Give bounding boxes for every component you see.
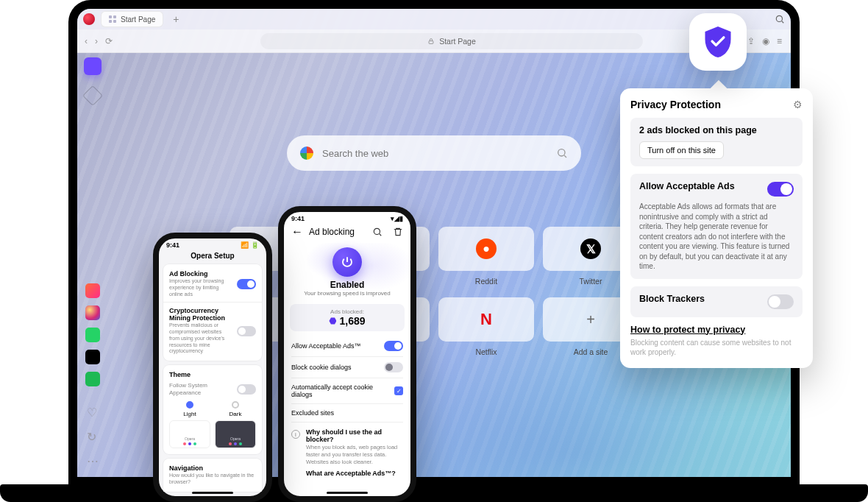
adblock-toggle[interactable]	[237, 279, 256, 289]
search-bar[interactable]: Search the web	[287, 135, 581, 171]
theme-title: Theme	[169, 371, 256, 378]
trackers-toggle[interactable]	[767, 294, 794, 309]
new-tab-button[interactable]: +	[169, 13, 182, 26]
sd-tile-netflix[interactable]: N	[438, 297, 534, 342]
faq-q1[interactable]: Why should I use the ad blocker?	[306, 428, 403, 443]
status-time: 9:41	[166, 241, 179, 249]
nav-card: Navigation How would you like to navigat…	[163, 459, 262, 492]
x-icon: 𝕏	[580, 238, 601, 259]
row-label: Allow Acceptable Ads™	[291, 342, 361, 350]
app-spotify-icon[interactable]	[85, 372, 100, 386]
status-bar: 9:41 ▾◢▮	[284, 212, 410, 222]
svg-line-1	[782, 21, 784, 24]
enabled-label: Enabled	[284, 280, 410, 290]
allow-ads-toggle[interactable]	[767, 182, 794, 197]
follow-system-toggle[interactable]	[237, 384, 256, 395]
lock-icon	[427, 38, 435, 45]
workspaces-icon[interactable]	[82, 85, 103, 106]
easysetup-icon[interactable]: ≡	[777, 36, 782, 46]
tabs-search-icon[interactable]	[775, 14, 785, 24]
row-label: Excluded sites	[291, 409, 334, 417]
home-indicator	[327, 492, 368, 495]
row-allow-aa[interactable]: Allow Acceptable Ads™	[291, 336, 403, 357]
privacy-help-link[interactable]: How to protect my privacy	[630, 325, 803, 335]
crypto-title: Cryptocurrency Mining Protection	[169, 307, 232, 322]
allow-aa-toggle[interactable]	[384, 341, 403, 351]
follow-system-label: Follow System Appearance	[169, 382, 232, 397]
reload-icon[interactable]: ⟳	[105, 36, 113, 46]
row-auto-accept[interactable]: Automatically accept cookie dialogs ✓	[291, 378, 403, 404]
back-icon[interactable]: ←	[291, 225, 303, 238]
sd-label: Reddit	[475, 277, 497, 291]
status-time: 9:41	[291, 215, 305, 222]
row-excluded[interactable]: Excluded sites	[291, 404, 403, 423]
snapshot-icon[interactable]: ◉	[762, 36, 769, 46]
screen-title: Ad blocking	[309, 227, 366, 237]
plus-icon: +	[586, 311, 595, 328]
crypto-toggle[interactable]	[237, 326, 256, 336]
phone-opera-setup: 9:41 📶 🔋 Opera Setup Ad Blocking Improve…	[153, 233, 272, 502]
power-button[interactable]	[332, 247, 362, 277]
phone-ad-blocking: 9:41 ▾◢▮ ← Ad blocking Enabled Your brow…	[278, 206, 416, 502]
privacy-popover: Privacy Protection ⚙ 2 ads blocked on th…	[620, 88, 813, 368]
crypto-desc: Prevents malicious or compromised websit…	[169, 322, 232, 355]
theme-option-light[interactable]: Light Opera	[169, 401, 210, 448]
app-whatsapp-icon[interactable]	[85, 328, 100, 342]
history-icon[interactable]: ↻	[87, 430, 99, 444]
sd-label: Twitter	[580, 277, 602, 291]
app-x-icon[interactable]	[85, 350, 100, 364]
faq-section: i Why should I use the ad blocker? When …	[284, 423, 410, 483]
search-icon[interactable]	[372, 227, 383, 237]
turn-off-button[interactable]: Turn off on this site	[639, 141, 724, 159]
theme-dark-label: Dark	[215, 411, 256, 417]
nav-title: Navigation	[169, 464, 256, 472]
heart-icon[interactable]: ♡	[87, 406, 99, 420]
privacy-shield-button[interactable]	[689, 13, 747, 71]
svg-line-6	[380, 234, 382, 236]
toolbar-right: ⇪ ◉ ≡	[747, 36, 782, 46]
sd-tile-reddit[interactable]: ●	[438, 227, 534, 271]
faq-q2[interactable]: What are Acceptable Ads™?	[306, 470, 403, 477]
gear-icon[interactable]: ⚙	[793, 99, 803, 110]
app-instagram-icon[interactable]	[85, 305, 100, 320]
reddit-icon: ●	[476, 238, 497, 259]
aria-button[interactable]	[84, 57, 102, 75]
screen-title: Opera Setup	[159, 249, 266, 264]
app-pinboards-icon[interactable]	[85, 283, 100, 298]
trash-icon[interactable]	[393, 227, 403, 237]
tab-bar: Start Page +	[77, 9, 791, 29]
ads-blocked-box: Ads blocked: 1,689	[290, 304, 405, 331]
blocked-count-line: 2 ads blocked on this page	[639, 125, 794, 135]
share-icon[interactable]: ⇪	[747, 36, 755, 46]
row-label: Automatically accept cookie dialogs	[291, 383, 394, 398]
allow-ads-title: Allow Acceptable Ads	[639, 181, 735, 191]
speed-dial-icon	[109, 15, 116, 23]
theme-option-dark[interactable]: Dark Opera	[215, 401, 256, 448]
address-field[interactable]: Start Page	[260, 33, 643, 49]
svg-point-0	[776, 15, 782, 21]
sd-label: Netflix	[475, 347, 497, 362]
ads-blocked-count: 1,689	[339, 315, 365, 327]
ads-blocked-label: Ads blocked:	[294, 308, 400, 315]
auto-accept-checkbox[interactable]: ✓	[394, 386, 403, 395]
trackers-title: Block Trackers	[639, 294, 705, 304]
svg-line-4	[564, 155, 566, 158]
search-icon	[556, 147, 568, 159]
block-cookie-toggle[interactable]	[384, 362, 403, 372]
theme-light-label: Light	[169, 411, 210, 417]
row-block-cookie[interactable]: Block cookie dialogs	[291, 357, 403, 378]
popover-footer: Blocking content can cause some websites…	[630, 338, 803, 358]
nav-forward-icon[interactable]: ›	[95, 36, 98, 46]
svg-point-3	[558, 149, 565, 156]
tab-label: Start Page	[121, 15, 155, 24]
tab-start-page[interactable]: Start Page	[101, 11, 163, 27]
nav-back-icon[interactable]: ‹	[85, 36, 88, 46]
home-indicator	[192, 492, 233, 495]
blocked-box: 2 ads blocked on this page Turn off on t…	[630, 118, 803, 166]
popover-title: Privacy Protection	[630, 99, 721, 110]
allow-ads-box: Allow Acceptable Ads Acceptable Ads allo…	[630, 174, 803, 279]
laptop-base	[0, 484, 868, 502]
adblock-card: Ad Blocking Improves your browsing exper…	[163, 264, 262, 361]
more-icon[interactable]: ⋯	[87, 454, 99, 468]
faq-a1: When you block ads, web pages load faste…	[306, 444, 403, 465]
